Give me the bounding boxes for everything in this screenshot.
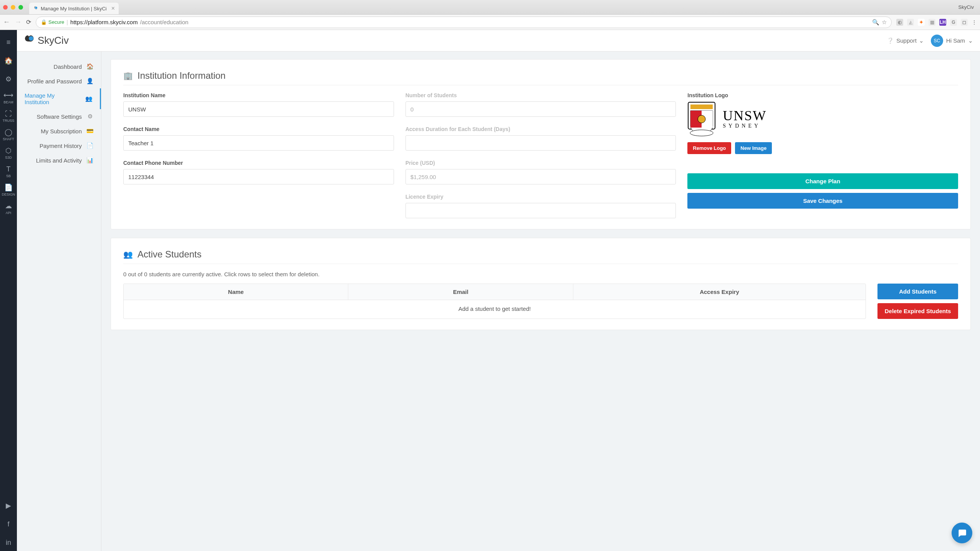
sidebar-item-label: Dashboard (54, 63, 82, 70)
back-button[interactable]: ← (3, 18, 10, 26)
crest-icon (687, 101, 716, 137)
chevron-down-icon: ⌄ (968, 37, 973, 44)
save-changes-button[interactable]: Save Changes (687, 193, 958, 209)
user-icon: 👤 (86, 78, 93, 85)
close-window-icon[interactable] (3, 5, 8, 10)
ext-icon-4[interactable]: ▦ (929, 19, 935, 26)
delete-expired-button[interactable]: Delete Expired Students (877, 303, 958, 319)
contact-name-input[interactable] (123, 135, 394, 151)
reload-button[interactable]: ⟳ (26, 18, 31, 26)
users-icon: 👥 (123, 250, 133, 259)
price-input (406, 169, 676, 184)
ext-icon-1[interactable]: ◐ (896, 19, 903, 26)
hamburger-icon[interactable]: ≡ (0, 34, 17, 51)
institution-name-input[interactable] (123, 101, 394, 117)
chart-icon: 📊 (86, 157, 93, 164)
app-topbar: SkyCiv ❔ Support ⌄ SC Hi Sam ⌄ (17, 30, 980, 51)
user-greeting: Hi Sam (946, 37, 965, 44)
price-label: Price (USD) (406, 160, 676, 166)
svg-point-2 (698, 115, 705, 123)
sidebar-item-subscription[interactable]: My Subscription💳 (17, 124, 101, 138)
gear-icon: ⚙ (86, 113, 93, 120)
youtube-icon[interactable]: ▶ (0, 497, 17, 514)
remove-logo-button[interactable]: Remove Logo (687, 142, 731, 154)
num-students-input (406, 101, 676, 117)
institution-card: 🏢Institution Information Institution Nam… (111, 59, 971, 229)
app-logo[interactable]: SkyCiv (24, 34, 69, 47)
browser-tab-bar: Manage My Institution | SkyCi × SkyCiv (0, 0, 980, 15)
logo-icon (24, 34, 36, 47)
logo-text: SkyCiv (38, 35, 69, 46)
bookmark-icon[interactable]: ☆ (882, 19, 887, 26)
browser-tab[interactable]: Manage My Institution | SkyCi × (29, 3, 119, 14)
ext-icon-3[interactable]: ✦ (918, 19, 925, 26)
table-empty-message: Add a student to get started! (124, 300, 866, 317)
settings-sidebar: Dashboard🏠 Profile and Password👤 Manage … (17, 51, 101, 551)
leftbar-sb[interactable]: TSB (0, 163, 17, 180)
card-icon: 💳 (86, 128, 93, 134)
phone-input[interactable] (123, 169, 394, 184)
num-students-label: Number of Students (406, 92, 676, 98)
add-students-button[interactable]: Add Students (877, 284, 958, 299)
sidebar-item-limits[interactable]: Limits and Activity📊 (17, 153, 101, 168)
home-icon: 🏠 (86, 63, 93, 70)
sidebar-item-software[interactable]: Software Settings⚙ (17, 109, 101, 124)
expiry-input (406, 203, 676, 218)
window-controls (3, 5, 23, 10)
ext-icon-2[interactable]: ◭ (907, 19, 914, 26)
ext-icon-6[interactable]: G (950, 19, 957, 26)
contact-name-label: Contact Name (123, 126, 394, 132)
institution-name-label: Institution Name (123, 92, 394, 98)
leftbar-home[interactable]: 🏠 (0, 52, 17, 69)
sidebar-item-label: My Subscription (41, 128, 82, 134)
leftbar-s3d[interactable]: ⬡S3D (0, 144, 17, 161)
linkedin-icon[interactable]: in (0, 534, 17, 551)
divider (123, 264, 958, 264)
address-bar[interactable]: 🔒 Secure | https://platform.skyciv.com/a… (36, 17, 892, 28)
maximize-window-icon[interactable] (18, 5, 23, 10)
sidebar-item-label: Manage My Institution (25, 92, 81, 105)
sidebar-item-payment[interactable]: Payment History📄 (17, 138, 101, 153)
support-dropdown[interactable]: ❔ Support ⌄ (887, 37, 924, 44)
leftbar-settings[interactable]: ⚙ (0, 71, 17, 88)
card-heading: 🏢Institution Information (123, 70, 958, 81)
students-card: 👥Active Students 0 out of 0 students are… (111, 238, 971, 330)
browser-toolbar: ← → ⟳ 🔒 Secure | https://platform.skyciv… (0, 15, 980, 30)
sidebar-item-label: Profile and Password (27, 78, 82, 85)
avatar: SC (931, 35, 943, 47)
extension-icons: ◐ ◭ ✦ ▦ LH G ◻ ⋮ (896, 19, 977, 26)
table-header: Name Email Access Expiry (124, 284, 866, 300)
forward-button[interactable]: → (15, 18, 22, 26)
logo-wordmark: UNSW (723, 109, 766, 122)
leftbar-design[interactable]: 📄DESIGN (0, 181, 17, 198)
leftbar-api[interactable]: ☁API (0, 200, 17, 217)
menu-icon[interactable]: ⋮ (972, 19, 977, 25)
sidebar-item-profile[interactable]: Profile and Password👤 (17, 74, 101, 88)
facebook-icon[interactable]: f (0, 516, 17, 533)
logo-label: Institution Logo (687, 92, 958, 98)
user-menu[interactable]: SC Hi Sam ⌄ (931, 35, 973, 47)
duration-input (406, 135, 676, 151)
ext-icon-7[interactable]: ◻ (961, 19, 968, 26)
url-host: https://platform.skyciv.com (70, 19, 138, 25)
leftbar-beam[interactable]: ⟷BEAM (0, 89, 17, 106)
leftbar-truss[interactable]: ⛶TRUSS (0, 108, 17, 124)
svg-point-3 (690, 130, 713, 136)
ext-icon-5[interactable]: LH (939, 19, 946, 26)
minimize-window-icon[interactable] (11, 5, 15, 10)
zoom-icon[interactable]: 🔍 (872, 19, 879, 26)
tab-close-icon[interactable]: × (111, 5, 115, 12)
col-name: Name (124, 284, 348, 300)
tab-title: Manage My Institution | SkyCi (41, 6, 107, 12)
svg-rect-1 (690, 105, 713, 109)
sidebar-item-dashboard[interactable]: Dashboard🏠 (17, 59, 101, 74)
change-plan-button[interactable]: Change Plan (687, 173, 958, 189)
chat-icon (957, 528, 967, 538)
sidebar-item-institution[interactable]: Manage My Institution👥 (17, 88, 101, 109)
sidebar-item-label: Software Settings (36, 113, 82, 120)
chat-bubble[interactable] (952, 523, 972, 543)
window-title: SkyCiv (958, 4, 977, 10)
leftbar-shaft[interactable]: ◯SHAFT (0, 126, 17, 143)
new-image-button[interactable]: New Image (735, 142, 772, 154)
students-description: 0 out of 0 students are currently active… (123, 271, 958, 277)
